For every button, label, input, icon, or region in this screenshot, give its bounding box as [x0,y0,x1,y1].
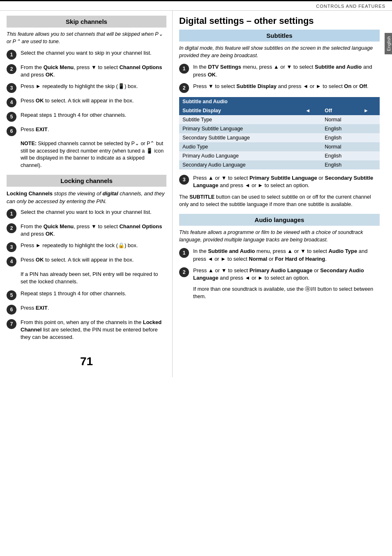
sub-step-1: 1 In the DTV Settings menu, press ▲ or ▼… [179,63,380,78]
table-row-subtitle-display: Subtitle Display ◄ Off ► [179,106,380,115]
lock-step-num-4: 4 [7,257,16,266]
skip-step-4-text: Press OK to select. A tick will appear i… [21,97,166,104]
skip-step-1: 1 Select the channel you want to skip in… [7,49,166,60]
main-title: Digital settings – other settings [179,16,380,26]
audio-languages-intro: This feature allows a programme or film … [179,229,380,243]
skip-step-4: 4 Press OK to select. A tick will appear… [7,97,166,107]
table-row-primary-audio-lang: Primary Audio Language English [179,151,380,160]
lock-step-7: 7 From this point on, when any of the ch… [7,319,166,341]
table-row-primary-subtitle-lang: Primary Subtitle Language English [179,124,380,133]
page-header: CONTROLS AND FEATURES [0,1,392,11]
audio-body-text: If more than one soundtrack is available… [193,286,380,300]
page-number: 71 [7,347,166,372]
row-value: English [321,133,360,142]
row-label: Subtitle Display [179,106,302,115]
step-num-4: 4 [7,97,16,107]
subtitles-header: Subtitles [179,30,380,42]
table-row-subtitle-type: Subtitle Type Normal [179,115,380,124]
skip-step-2: 2 From the Quick Menu, press ▼ to select… [7,64,166,79]
step-num-3: 3 [7,83,16,93]
lock-step-1-text: Select the channel you want to lock in y… [21,208,166,216]
lock-step-num-3: 3 [7,242,16,252]
sub-step-2-text: Press ▼ to select Subtitle Display and p… [193,83,380,90]
sub-step-num-2: 2 [179,83,189,93]
lock-step-2: 2 From the Quick Menu, press ▼ to select… [7,223,166,238]
sub-step-num-3: 3 [179,175,189,185]
row-value: English [321,160,360,169]
skip-step-6: 6 Press EXIT. [7,126,166,136]
skip-step-1-text: Select the channel you want to skip in y… [21,49,166,57]
audio-step-num-2: 2 [179,267,189,277]
row-label: Primary Subtitle Language [179,124,302,133]
lock-step-num-6: 6 [7,305,16,315]
sub-step-2: 2 Press ▼ to select Subtitle Display and… [179,83,380,93]
skip-step-3: 3 Press ► repeatedly to highlight the sk… [7,83,166,93]
lock-step-num-7: 7 [7,319,16,329]
row-label: Secondary Audio Language [179,160,302,169]
locking-channels-header: Locking channels [7,175,166,187]
locking-channels-intro: Locking Channels stops the viewing of di… [7,190,166,205]
sub-step-3-text: Press ▲ or ▼ to select Primary Subtitle … [193,174,380,189]
lock-step-4-text: Press OK to select. A tick will appear i… [21,256,166,264]
row-arrow-right: ► [360,106,380,115]
lock-step-num-1: 1 [7,209,16,219]
audio-step-2: 2 Press ▲ or ▼ to select Primary Audio L… [179,267,380,282]
audio-step-num-1: 1 [179,248,189,258]
subtitles-section: Subtitles In digital mode, this feature … [179,30,380,208]
sub-step-3: 3 Press ▲ or ▼ to select Primary Subtitl… [179,174,380,189]
sub-step-1-text: In the DTV Settings menu, press ▲ or ▼ t… [193,63,380,78]
audio-languages-section: Audio languages This feature allows a pr… [179,214,380,300]
lock-step-6: 6 Press EXIT. [7,304,166,315]
main-layout: Skip channels This feature allows you to… [0,11,392,377]
skip-channels-header: Skip channels [7,16,166,28]
row-value: English [321,124,360,133]
sub-step-num-1: 1 [179,64,189,74]
skip-channels-intro: This feature allows you to set channels … [7,31,166,45]
right-column: Digital settings – other settings Subtit… [173,11,392,377]
subtitle-audio-table: Subtitle and Audio Subtitle Display ◄ Of… [179,97,380,169]
row-label: Audio Type [179,142,302,151]
skip-step-6-text: Press EXIT. [21,126,166,133]
lock-step-2-text: From the Quick Menu, press ▼ to select C… [21,223,166,238]
skip-step-5-text: Repeat steps 1 through 4 for other chann… [21,111,166,119]
lock-step-num-2: 2 [7,223,16,233]
lock-step-5-text: Repeat steps 1 through 4 for other chann… [21,290,166,297]
lock-step-1: 1 Select the channel you want to lock in… [7,208,166,219]
row-arrow-left: ◄ [302,106,321,115]
lock-step-3-text: Press ► repeatedly to highlight the lock… [21,242,166,249]
step-num-2: 2 [7,64,16,74]
audio-step-1: 1 In the Subtitle and Audio menu, press … [179,248,380,262]
row-label: Subtitle Type [179,115,302,124]
table-row-secondary-audio-lang: Secondary Audio Language English [179,160,380,169]
subtitles-intro: In digital mode, this feature will show … [179,45,380,59]
header-title: CONTROLS AND FEATURES [316,4,385,9]
step-num-6: 6 [7,126,16,136]
lock-step-3: 3 Press ► repeatedly to highlight the lo… [7,242,166,252]
table-header: Subtitle and Audio [179,97,380,106]
english-tab: English [385,33,392,54]
row-value: Normal [321,142,360,151]
table-row-audio-type: Audio Type Normal [179,142,380,151]
audio-step-1-text: In the Subtitle and Audio menu, press ▲ … [193,248,380,262]
step-num-5: 5 [7,112,16,122]
lock-step-4: 4 Press OK to select. A tick will appear… [7,256,166,266]
lock-step-7-text: From this point on, when any of the chan… [21,319,166,341]
audio-step-2-text: Press ▲ or ▼ to select Primary Audio Lan… [193,267,380,282]
subtitles-body-text: The SUBTITLE button can be used to selec… [179,193,380,208]
table-row-secondary-subtitle-lang: Secondary Subtitle Language English [179,133,380,142]
skip-channels-steps: 1 Select the channel you want to skip in… [7,49,166,136]
lock-step-num-5: 5 [7,290,16,300]
left-column: Skip channels This feature allows you to… [0,11,173,377]
step-num-1: 1 [7,50,16,60]
skip-step-2-text: From the Quick Menu, press ▼ to select C… [21,64,166,79]
locking-channels-steps: 1 Select the channel you want to lock in… [7,208,166,341]
audio-languages-header: Audio languages [179,214,380,226]
row-value: Normal [321,115,360,124]
skip-channels-note: NOTE: Skipped channels cannot be selecte… [21,140,166,169]
lock-step-6-text: Press EXIT. [21,304,166,312]
lock-step-4b: If a PIN has already been set, PIN entry… [7,271,166,285]
lock-step-4b-text: If a PIN has already been set, PIN entry… [21,271,166,285]
skip-step-5: 5 Repeat steps 1 through 4 for other cha… [7,111,166,122]
row-value: Off [321,106,360,115]
skip-step-3-text: Press ► repeatedly to highlight the skip… [21,83,166,90]
